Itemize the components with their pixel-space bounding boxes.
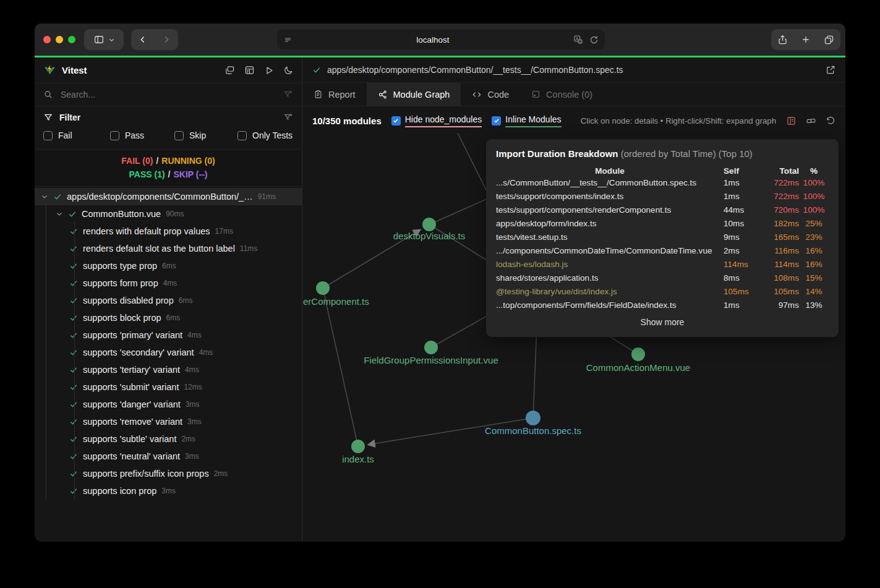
test-suite-row[interactable]: CommonButton.vue 90ms bbox=[35, 205, 302, 223]
pass-check-icon bbox=[53, 192, 62, 201]
skip-count: SKIP (--) bbox=[174, 169, 208, 179]
breakdown-row[interactable]: shared/stores/application.ts 8ms 108ms 1… bbox=[496, 271, 829, 284]
pass-check-icon bbox=[69, 279, 78, 288]
self-time: 1ms bbox=[724, 178, 759, 187]
tab-overview-icon[interactable] bbox=[824, 35, 834, 45]
breakdown-row[interactable]: .../components/CommonDateTime/CommonDate… bbox=[496, 244, 829, 257]
test-duration: 4ms bbox=[163, 279, 177, 288]
breakdown-row[interactable]: tests/support/components/index.ts 1ms 72… bbox=[496, 189, 829, 203]
run-all-icon[interactable] bbox=[264, 66, 274, 75]
total-time: 105ms bbox=[759, 287, 799, 296]
sidebar-toggle-button[interactable] bbox=[84, 29, 124, 50]
self-time: 2ms bbox=[724, 246, 759, 255]
module-node-commonButtonSpec[interactable] bbox=[526, 411, 540, 425]
new-tab-icon[interactable] bbox=[801, 35, 811, 45]
test-name: supports 'danger' variant bbox=[83, 399, 181, 409]
checkbox-checked-icon bbox=[492, 116, 501, 126]
pass-check-icon bbox=[69, 365, 78, 374]
test-tree: apps/desktop/components/CommonButton/_… … bbox=[35, 187, 302, 542]
module-name: shared/stores/application.ts bbox=[496, 273, 724, 283]
legend-book-icon[interactable] bbox=[786, 116, 797, 126]
url-text[interactable]: localhost bbox=[293, 35, 573, 45]
dashboard-icon[interactable] bbox=[244, 65, 255, 75]
chevron-down-icon[interactable] bbox=[41, 193, 48, 200]
test-name: supports 'remove' variant bbox=[83, 417, 182, 427]
view-tabs: Report Module Graph Code Console (0) bbox=[302, 83, 845, 106]
zoom-window-button[interactable] bbox=[68, 36, 75, 43]
total-time: 108ms bbox=[759, 273, 799, 283]
vitest-logo bbox=[43, 64, 56, 77]
filter-checkbox-pass[interactable]: Pass bbox=[110, 130, 174, 140]
total-time: 722ms bbox=[759, 178, 799, 187]
module-node-fieldGroup[interactable] bbox=[424, 341, 438, 354]
module-node-label-fieldGroup[interactable]: FieldGroupPermissionsInput.vue bbox=[364, 355, 498, 365]
test-name: supports disabled prop bbox=[83, 296, 174, 305]
module-node-index[interactable] bbox=[351, 440, 365, 453]
run-summary: FAIL (0)/RUNNING (0) PASS (1)/SKIP (--) bbox=[35, 150, 302, 187]
current-file-path: apps/desktop/components/CommonButton/__t… bbox=[327, 65, 623, 75]
indent-guide bbox=[74, 221, 75, 500]
sidebar-icon bbox=[93, 34, 105, 45]
translate-icon[interactable]: A文 bbox=[573, 35, 583, 45]
module-node-renderComponent[interactable] bbox=[316, 281, 330, 295]
hide-node-modules-checkbox[interactable]: Hide node_modules bbox=[391, 114, 482, 127]
clear-filters-icon[interactable] bbox=[283, 113, 293, 122]
tab-report[interactable]: Report bbox=[302, 83, 367, 106]
pass-check-icon bbox=[69, 227, 78, 236]
tab-module-graph[interactable]: Module Graph bbox=[367, 83, 461, 106]
module-node-label-commonButtonSpec[interactable]: CommonButton.spec.ts bbox=[485, 425, 581, 436]
inline-modules-checkbox[interactable]: Inline Modules bbox=[492, 114, 561, 127]
module-node-label-commonActionMenu[interactable]: CommonActionMenu.vue bbox=[586, 362, 690, 373]
test-duration: 2ms bbox=[181, 435, 195, 443]
breakdown-row[interactable]: tests/vitest.setup.ts 9ms 165ms 23% bbox=[496, 230, 829, 244]
module-node-desktopVisuals[interactable] bbox=[422, 218, 436, 231]
test-duration: 3ms bbox=[161, 487, 176, 495]
pass-count: PASS (1) bbox=[129, 169, 165, 179]
tab-code[interactable]: Code bbox=[461, 83, 520, 106]
breakdown-row[interactable]: ...top/components/Form/fields/FieldDate/… bbox=[496, 298, 829, 312]
filter-checkbox-only-tests[interactable]: Only Tests bbox=[237, 130, 293, 140]
breakdown-row[interactable]: ...s/CommonButton/__tests__/CommonButton… bbox=[496, 176, 829, 189]
filter-checkbox-skip[interactable]: Skip bbox=[174, 130, 237, 140]
reset-graph-icon[interactable] bbox=[826, 116, 835, 126]
percent: 13% bbox=[799, 300, 829, 310]
forward-button[interactable] bbox=[161, 35, 171, 45]
close-window-button[interactable] bbox=[43, 36, 51, 43]
breakdown-row[interactable]: lodash-es/lodash.js 114ms 114ms 16% bbox=[496, 257, 829, 271]
graph-layout-icon[interactable] bbox=[806, 116, 816, 126]
test-duration: 17ms bbox=[215, 227, 233, 236]
total-time: 722ms bbox=[759, 192, 799, 201]
module-node-commonActionMenu[interactable] bbox=[631, 347, 645, 361]
pass-check-icon bbox=[69, 383, 78, 391]
show-more-button[interactable]: Show more bbox=[496, 317, 829, 327]
pass-check-icon bbox=[69, 348, 78, 357]
reload-icon[interactable] bbox=[589, 35, 599, 45]
module-node-label-index[interactable]: index.ts bbox=[342, 454, 374, 464]
test-duration: 12ms bbox=[184, 383, 202, 391]
test-file-row[interactable]: apps/desktop/components/CommonButton/_… … bbox=[35, 188, 302, 205]
module-name: tests/vitest.setup.ts bbox=[496, 232, 724, 242]
back-button[interactable] bbox=[138, 35, 148, 45]
dark-mode-icon[interactable] bbox=[283, 66, 293, 75]
collapse-panels-icon[interactable] bbox=[224, 65, 235, 75]
panel-subtitle: (ordered by Total Time) (Top 10) bbox=[621, 148, 753, 159]
filter-checkbox-fail[interactable]: Fail bbox=[43, 130, 110, 140]
pass-check-icon bbox=[69, 296, 78, 305]
pass-check-icon bbox=[312, 66, 321, 74]
share-icon[interactable] bbox=[777, 35, 788, 45]
open-external-icon[interactable] bbox=[826, 65, 835, 75]
tab-console[interactable]: Console (0) bbox=[520, 83, 604, 106]
test-duration: 4ms bbox=[199, 348, 213, 357]
breakdown-row[interactable]: apps/desktop/form/index.ts 10ms 182ms 25… bbox=[496, 216, 829, 230]
test-file-duration: 91ms bbox=[258, 192, 276, 201]
breakdown-row[interactable]: tests/support/components/renderComponent… bbox=[496, 203, 829, 216]
search-input[interactable] bbox=[59, 89, 277, 100]
address-bar[interactable]: localhost A文 bbox=[277, 30, 605, 49]
breakdown-row[interactable]: @testing-library/vue/dist/index.js 105ms… bbox=[496, 284, 829, 298]
minimize-window-button[interactable] bbox=[56, 36, 63, 43]
module-node-label-renderComponent[interactable]: erComponent.ts bbox=[303, 296, 369, 307]
reader-icon[interactable] bbox=[283, 35, 293, 45]
chevron-down-icon[interactable] bbox=[56, 210, 63, 218]
module-node-label-desktopVisuals[interactable]: desktopVisuals.ts bbox=[393, 231, 465, 241]
clear-search-filter-icon[interactable] bbox=[283, 90, 293, 100]
